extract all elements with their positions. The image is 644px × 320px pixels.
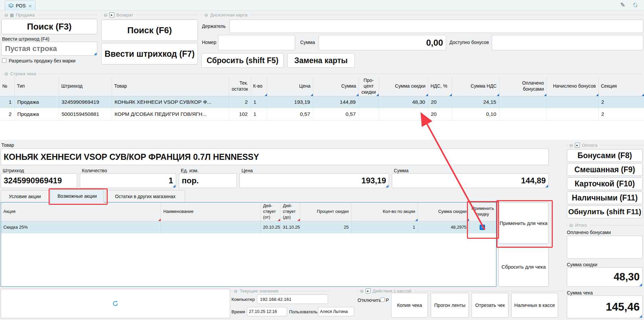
card-number-field[interactable] xyxy=(218,35,295,50)
col-valid-from[interactable]: Дей- ствует (от) xyxy=(261,202,280,221)
card-replace-button[interactable]: Замена карты xyxy=(287,53,355,68)
col-discount-percent[interactable]: Процент скидки xyxy=(300,202,351,221)
product-sum-label: Сумма xyxy=(394,168,409,173)
disable-suffix-label: Р xyxy=(386,298,389,303)
compress-corners-icon[interactable] xyxy=(633,2,638,8)
apply-discount-checkbox[interactable]: ✓ xyxy=(480,225,485,230)
cell xyxy=(161,221,260,233)
col-vat[interactable]: НДС, % xyxy=(428,77,452,96)
receipt-row-1[interactable]: 1 Продажа 3245990969419 КОНЬЯК ХЕННЕСИ V… xyxy=(0,96,644,108)
collapse-icon[interactable]: ⊖ xyxy=(569,223,573,228)
cell xyxy=(379,108,428,120)
apply-for-check-button[interactable]: Применить для чека xyxy=(498,202,549,244)
sort-indicator-icon xyxy=(298,219,300,221)
collapse-icon[interactable]: ⊖ xyxy=(360,289,364,293)
col-number[interactable]: № xyxy=(0,77,14,96)
col-qty[interactable]: К-во xyxy=(251,77,267,96)
cash-in-register-button[interactable]: Наличных в кассе xyxy=(511,293,558,318)
tab-close-icon[interactable]: × xyxy=(29,3,32,8)
sale-search-button[interactable]: Поиск (F3) xyxy=(1,19,97,34)
promo-row-1[interactable]: Скидка 25% 20.10.25 31.10.25 25 1 48,297… xyxy=(1,221,496,233)
col-product[interactable]: Товар xyxy=(112,77,229,96)
pay-cash-button[interactable]: Наличными (F11) xyxy=(567,191,643,204)
total-paid-bonus-label: Оплачено бонусами xyxy=(567,230,611,235)
pay-card-button[interactable]: Карточкой (F10) xyxy=(567,177,643,190)
tab-pos[interactable]: POS × xyxy=(5,1,36,10)
cell: 2 xyxy=(229,96,251,108)
cell: 0,57 xyxy=(267,108,313,120)
col-barcode[interactable]: Штрихкод xyxy=(59,77,112,96)
collapse-icon[interactable]: ⊖ xyxy=(569,143,573,148)
cell xyxy=(546,108,598,120)
product-name-field[interactable]: КОНЬЯК ХЕННЕСИ VSOP СУВ/КОР ФРАНЦИЯ 0.7Л… xyxy=(1,148,549,165)
user-field[interactable]: Алеся Лытина xyxy=(318,307,354,316)
col-paid-bonus[interactable]: Оплачено бонусами xyxy=(499,77,546,96)
collapse-icon[interactable]: ⊖ xyxy=(204,13,208,17)
col-valid-to[interactable]: Дей- ствует (до) xyxy=(280,202,300,221)
cell: 2 xyxy=(598,96,644,108)
cell: 193,19 xyxy=(267,96,313,108)
product-unit-field[interactable]: пор. xyxy=(179,173,237,188)
allow-no-mark-checkbox[interactable] xyxy=(2,58,6,63)
collapse-icon[interactable]: ⊖ xyxy=(4,13,8,17)
total-check-sum-field[interactable]: 145,46 xyxy=(567,295,643,318)
tab-other-stores-stock[interactable]: Остатки в других магазинах xyxy=(105,190,185,202)
reset-for-check-button[interactable]: Сбросить для чека xyxy=(498,246,549,287)
col-sum[interactable]: Сумма xyxy=(313,77,359,96)
card-reset-button[interactable]: Сбросить (shift F5) xyxy=(201,53,284,68)
tab-promo-conditions[interactable]: Условие акции xyxy=(1,190,49,202)
card-holder-field[interactable] xyxy=(229,19,643,33)
pos-screen: POS × ✎ ⊖ ▤ Продажа Поиск (F3) Ввести шт… xyxy=(0,0,644,320)
collapse-icon[interactable]: ⊖ xyxy=(104,13,108,17)
total-discount-field[interactable]: 48,30 xyxy=(567,267,643,287)
col-type[interactable]: Тип xyxy=(14,77,59,96)
col-discount-sum[interactable]: Сумма скидки xyxy=(418,202,469,221)
collapse-icon[interactable]: ⊖ xyxy=(4,72,8,76)
time-field[interactable]: 27.10.25 12:16 xyxy=(247,307,287,316)
col-apply-discount[interactable]: Применить скидку xyxy=(469,202,496,221)
collapse-icon[interactable]: ⊖ xyxy=(234,289,238,293)
receipt-group-header: ⊖ Строка чека xyxy=(1,71,643,77)
pay-bonus-button[interactable]: Бонусами (F8) xyxy=(567,149,643,162)
total-paid-bonus-field[interactable] xyxy=(567,236,643,259)
disable-checkbox[interactable] xyxy=(380,298,385,302)
cell xyxy=(546,96,598,108)
card-sum-field[interactable]: 0,00 xyxy=(319,35,446,50)
col-promo[interactable]: Акция xyxy=(1,202,161,221)
cut-check-button[interactable]: Отрезать чек xyxy=(472,293,508,318)
tab-possible-promos[interactable]: Возможные акции xyxy=(50,189,104,202)
cell: 25 xyxy=(300,221,351,233)
col-accrued-bonus[interactable]: Начислено бонусов xyxy=(546,77,598,96)
edit-pencil-icon[interactable]: ✎ xyxy=(620,1,625,8)
product-qty-field[interactable]: 1 xyxy=(80,173,176,188)
window-tab-bar: POS × ✎ xyxy=(0,0,644,10)
sale-group-title: Продажа xyxy=(16,12,35,17)
col-price[interactable]: Цена xyxy=(267,77,313,96)
product-price-field[interactable]: 193,19 xyxy=(239,173,389,188)
receipt-row-2[interactable]: 2 Продажа 5000159450881 КОРМ Д/СОБАК ПЕД… xyxy=(0,108,644,120)
pay-mixed-button[interactable]: Смешанная (F9) xyxy=(567,163,643,176)
refund-group-title: Возврат xyxy=(116,12,133,17)
reset-payment-button[interactable]: Обнулить (shift F11) xyxy=(567,205,643,218)
sale-barcode-input[interactable] xyxy=(4,44,94,53)
product-barcode-field[interactable]: 3245990969419 xyxy=(1,173,77,188)
computer-field[interactable]: 192.168.42.161 xyxy=(257,294,328,304)
col-section[interactable]: Секция xyxy=(598,77,644,96)
tape-run-button[interactable]: Прогон ленты xyxy=(431,293,469,318)
refund-search-button[interactable]: Поиск (F6) xyxy=(101,19,198,41)
col-promo-qty[interactable]: Кол-во по акции xyxy=(351,202,418,221)
product-sum-field[interactable]: 144,89 xyxy=(392,173,549,188)
col-discount-sum[interactable]: Сумма скидки xyxy=(379,77,428,96)
disable-label: Отключить xyxy=(358,298,381,303)
check-copy-button[interactable]: Копия чека xyxy=(391,293,428,318)
cell: Скидка 25% xyxy=(1,221,161,233)
cell: 20 xyxy=(428,96,452,108)
cell: 24,15 xyxy=(452,96,499,108)
col-promo-name[interactable]: Наименование xyxy=(161,202,260,221)
col-vat-sum[interactable]: Сумма НДС xyxy=(452,77,499,96)
refresh-icon[interactable] xyxy=(112,300,119,307)
refund-barcode-button[interactable]: Ввести штрихкод (F7) xyxy=(101,43,198,64)
col-stock[interactable]: Тек. остаток xyxy=(229,77,251,96)
col-discount-percent[interactable]: Про- цент скидки xyxy=(359,77,379,96)
available-bonus-field[interactable] xyxy=(492,35,643,50)
